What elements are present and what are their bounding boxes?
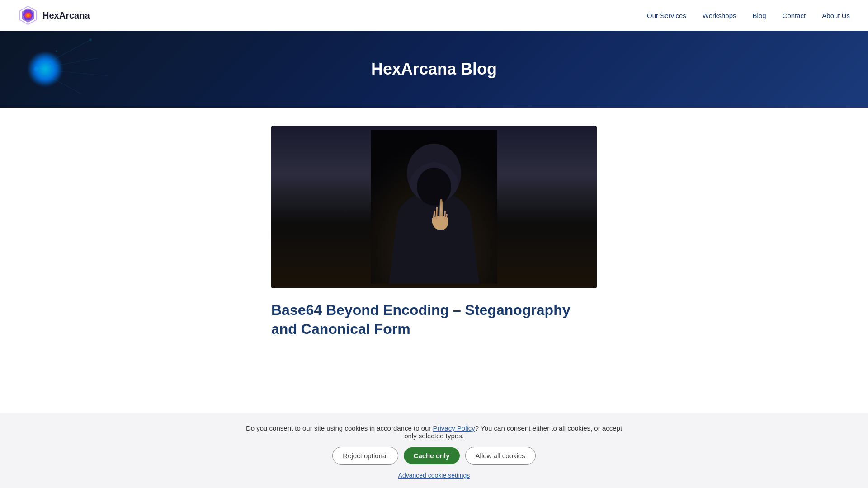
article-title: Base64 Beyond Encoding – Steganography a… bbox=[271, 301, 597, 338]
svg-line-5 bbox=[36, 40, 90, 69]
nav-about-us[interactable]: About Us bbox=[822, 12, 850, 19]
navbar: HexArcana Our Services Workshops Blog Co… bbox=[0, 0, 868, 31]
nav-contact[interactable]: Contact bbox=[783, 12, 806, 19]
nav-our-services[interactable]: Our Services bbox=[647, 12, 686, 19]
article-image bbox=[271, 126, 597, 288]
nav-links: Our Services Workshops Blog Contact Abou… bbox=[647, 12, 850, 19]
hero-lines-decoration bbox=[0, 31, 136, 108]
logo-icon bbox=[18, 5, 38, 25]
svg-line-6 bbox=[36, 58, 99, 69]
svg-point-14 bbox=[417, 168, 451, 206]
hero-title: HexArcana Blog bbox=[371, 60, 497, 79]
nav-blog[interactable]: Blog bbox=[753, 12, 766, 19]
cookie-banner: Do you consent to our site using cookies… bbox=[0, 413, 868, 429]
svg-point-11 bbox=[34, 67, 38, 71]
nav-workshops[interactable]: Workshops bbox=[703, 12, 736, 19]
logo-text: HexArcana bbox=[42, 10, 90, 21]
svg-point-9 bbox=[89, 38, 92, 41]
main-content: Base64 Beyond Encoding – Steganography a… bbox=[262, 108, 606, 429]
article-hero-image bbox=[371, 130, 497, 284]
svg-point-10 bbox=[56, 50, 57, 52]
hero-banner: HexArcana Blog bbox=[0, 31, 868, 108]
logo-link[interactable]: HexArcana bbox=[18, 5, 90, 25]
privacy-policy-link[interactable]: Privacy Policy bbox=[433, 424, 475, 429]
cookie-message-before: Do you consent to our site using cookies… bbox=[246, 424, 433, 429]
cookie-message: Do you consent to our site using cookies… bbox=[240, 424, 628, 429]
